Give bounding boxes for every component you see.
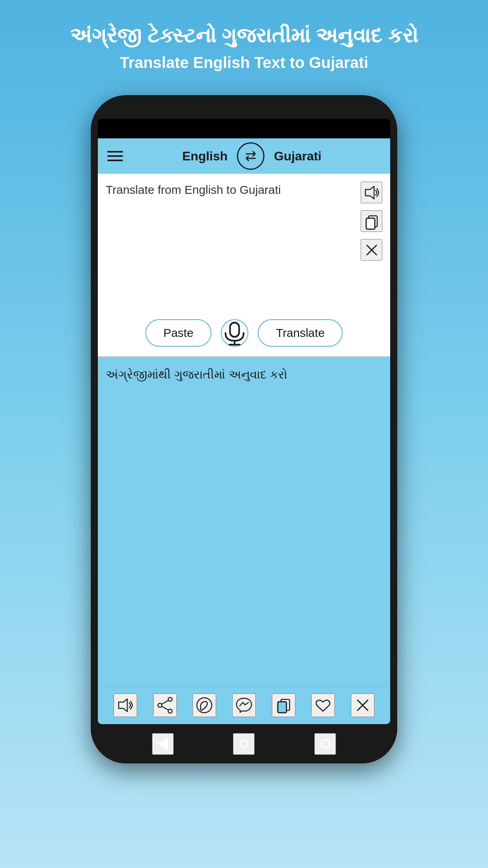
phone-container: English Gujarati Translate from Engl: [91, 95, 397, 763]
target-language-label: Gujarati: [274, 149, 321, 164]
phone-screen: English Gujarati Translate from Engl: [98, 119, 390, 724]
input-section: Translate from English to Gujarati: [98, 174, 390, 357]
home-button[interactable]: [233, 733, 255, 755]
english-subtitle: Translate English Text to Gujarati: [70, 54, 418, 72]
input-main: Translate from English to Gujarati: [98, 174, 390, 311]
svg-line-14: [162, 706, 168, 710]
whatsapp-button[interactable]: [193, 693, 216, 717]
share-button[interactable]: [153, 693, 177, 717]
output-action-bar: [98, 686, 390, 724]
svg-rect-2: [366, 218, 375, 229]
input-buttons: Paste Translate: [98, 311, 390, 356]
nav-bar: English Gujarati: [98, 138, 390, 174]
source-language-label: English: [182, 149, 228, 164]
copy-input-button[interactable]: [361, 210, 382, 232]
recents-button[interactable]: [314, 733, 336, 755]
copy-output-button[interactable]: [272, 693, 295, 717]
svg-point-10: [168, 697, 172, 701]
phone-nav-bar: [91, 724, 397, 763]
back-button[interactable]: [152, 733, 174, 755]
phone-outer: English Gujarati Translate from Engl: [91, 95, 397, 763]
close-output-button[interactable]: [351, 693, 374, 717]
speak-button[interactable]: [361, 182, 382, 203]
input-text[interactable]: Translate from English to Gujarati: [106, 182, 356, 307]
messenger-button[interactable]: [232, 693, 256, 717]
hamburger-icon[interactable]: [107, 151, 123, 161]
clear-input-button[interactable]: [361, 239, 382, 261]
svg-point-15: [197, 698, 212, 713]
page-header: અંગ્રેજી ટેક્સ્ટનો ગુજરાતીમાં અનુવાદ કરો…: [54, 0, 434, 87]
svg-point-12: [158, 703, 162, 707]
app-content: English Gujarati Translate from Engl: [98, 138, 390, 724]
output-text: અંગ્રેજીમાંથી ગુજરાતીમાં અનુવાદ કરો: [98, 357, 390, 686]
favorite-button[interactable]: [311, 693, 335, 717]
speak-output-button[interactable]: [114, 693, 137, 717]
nav-center: English Gujarati: [123, 142, 381, 170]
svg-line-13: [162, 701, 168, 704]
svg-marker-0: [365, 186, 374, 199]
mic-button[interactable]: [221, 319, 248, 347]
svg-rect-17: [278, 702, 286, 713]
status-bar: [98, 119, 390, 138]
input-actions: [356, 182, 382, 307]
translate-button[interactable]: Translate: [258, 319, 343, 347]
paste-button[interactable]: Paste: [145, 319, 212, 347]
swap-language-button[interactable]: [237, 142, 264, 170]
output-section: અંગ્રેજીમાંથી ગુજરાતીમાં અનુવાદ કરો: [98, 357, 390, 724]
svg-marker-9: [119, 699, 127, 712]
svg-point-11: [168, 709, 172, 713]
svg-rect-6: [230, 323, 239, 337]
gujarati-title: અંગ્રેજી ટેક્સ્ટનો ગુજરાતીમાં અનુવાદ કરો: [70, 24, 418, 48]
